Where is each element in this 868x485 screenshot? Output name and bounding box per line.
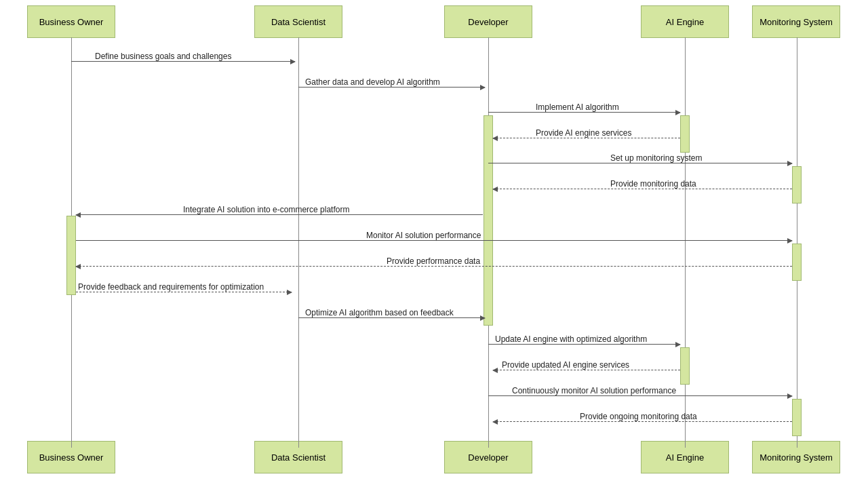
msg-optimize-label: Optimize AI algorithm based on feedback	[305, 308, 454, 317]
msg-provide-feedback	[76, 292, 292, 292]
msg-monitor-performance	[76, 240, 792, 241]
msg-monitor-performance-label: Monitor AI solution performance	[366, 231, 481, 240]
activation-ai-engine-2	[680, 347, 690, 385]
msg-define-goals	[71, 61, 295, 62]
msg-gather-data	[298, 87, 485, 88]
activation-monitoring-3	[792, 399, 802, 436]
lifeline-data-scientist	[298, 37, 299, 448]
msg-implement-label: Implement AI algorithm	[536, 102, 619, 112]
msg-provide-updated	[493, 370, 680, 370]
activation-ai-engine-1	[680, 115, 690, 153]
lifeline-ai-engine	[685, 37, 686, 448]
sequence-diagram: Business Owner Data Scientist Developer …	[0, 0, 868, 485]
msg-provide-feedback-label: Provide feedback and requirements for op…	[78, 282, 264, 292]
msg-integrate	[76, 214, 483, 215]
msg-gather-data-label: Gather data and develop AI algorithm	[305, 77, 440, 87]
msg-setup-monitoring-label: Set up monitoring system	[610, 153, 702, 163]
msg-provide-updated-label: Provide updated AI engine services	[502, 360, 629, 370]
msg-ongoing-monitoring	[493, 421, 792, 422]
activation-monitoring-2	[792, 244, 802, 281]
msg-setup-monitoring	[488, 163, 792, 163]
actor-monitoring-system-bottom: Monitoring System	[752, 441, 840, 473]
activation-business-owner	[66, 216, 76, 295]
msg-continuous-monitor-label: Continuously monitor AI solution perform…	[512, 386, 676, 395]
msg-continuous-monitor	[488, 395, 792, 396]
msg-implement	[488, 112, 680, 113]
msg-define-goals-label: Define business goals and challenges	[95, 52, 231, 61]
msg-update-ai-label: Update AI engine with optimized algorith…	[495, 334, 647, 344]
msg-provide-perf-data-label: Provide performance data	[387, 256, 480, 266]
msg-provide-ai-services-label: Provide AI engine services	[536, 128, 631, 138]
msg-provide-monitoring-data	[493, 189, 792, 189]
actor-business-owner-top: Business Owner	[27, 5, 115, 38]
activation-developer	[484, 115, 493, 326]
activation-monitoring-1	[792, 166, 802, 203]
msg-ongoing-monitoring-label: Provide ongoing monitoring data	[580, 412, 697, 421]
actor-developer-top: Developer	[444, 5, 532, 38]
msg-provide-ai-services	[493, 138, 680, 138]
actor-monitoring-system-top: Monitoring System	[752, 5, 840, 38]
msg-provide-perf-data	[76, 266, 792, 267]
actor-ai-engine-top: AI Engine	[641, 5, 729, 38]
actor-data-scientist-top: Data Scientist	[254, 5, 342, 38]
msg-integrate-label: Integrate AI solution into e-commerce pl…	[183, 205, 349, 214]
msg-provide-monitoring-data-label: Provide monitoring data	[610, 179, 696, 189]
msg-optimize	[298, 317, 485, 318]
msg-update-ai	[488, 344, 680, 345]
lifeline-monitoring-system	[797, 37, 797, 448]
